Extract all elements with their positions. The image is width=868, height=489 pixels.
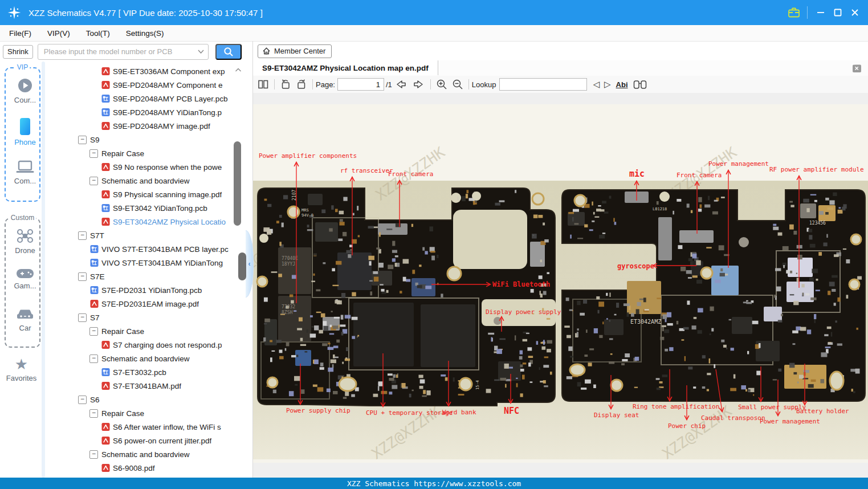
tree-item[interactable]: S7E-PD2031EAM image.pdf [50, 297, 252, 311]
tree-item[interactable]: S9-ET3042 YiDianTong.pcb [50, 201, 252, 215]
tree-collapse-icon[interactable]: − [78, 313, 87, 322]
tree-collapse-icon[interactable]: − [89, 354, 98, 363]
tree-item[interactable]: S9E-PD2048AMY PCB Layer.pcb [50, 92, 252, 105]
tree-item[interactable]: S7E-PD2031 YiDianTong.pcb [50, 283, 252, 297]
tree-item-label: S9E-PD2048AMY YiDianTong.p [113, 108, 222, 117]
close-button[interactable] [846, 4, 863, 21]
tree-item[interactable]: S9 Physical scanning image.pdf [50, 188, 252, 201]
pdf-viewer[interactable]: XZZ@XZZHKXZZ@XZZHKXZZ@XZZHKXZZ@XZZHKXZZ@… [253, 93, 868, 478]
pdf-file-icon [101, 340, 110, 349]
tree-item[interactable]: S9E-PD2048AMY YiDianTong.p [50, 105, 252, 119]
tree-folder[interactable]: −Schematic and boardview [50, 447, 252, 461]
page-number-input[interactable] [337, 78, 384, 91]
tree-folder[interactable]: −S7E [50, 270, 252, 283]
phone-icon [19, 117, 31, 136]
find-next-icon[interactable]: ▷ [604, 79, 611, 89]
tree-item[interactable]: VIVO S7T-ET3041BAM PCB layer.pc [50, 242, 252, 256]
laptop-icon [16, 160, 34, 174]
tree-item[interactable]: S6 power-on current jitter.pdf [50, 434, 252, 447]
splitter-drag-handle[interactable] [238, 252, 246, 280]
menu-settings[interactable]: Settings(S) [118, 25, 172, 41]
tree-item[interactable]: S7 charging does not respond.p [50, 338, 252, 352]
tree-folder[interactable]: −Repair Case [50, 324, 252, 338]
tree-item[interactable]: S6 After water inflow, the WiFi s [50, 420, 252, 434]
pcb-annotation: mic [629, 169, 645, 179]
tree-collapse-icon[interactable]: − [78, 396, 87, 404]
tree-item[interactable]: S9E-ET3036AM Component exp [50, 64, 252, 78]
pcb-print-label: 94V-0 [301, 213, 313, 218]
tree-folder[interactable]: −S9 [50, 133, 252, 146]
sidebar-item-course[interactable]: Cour... [0, 78, 50, 104]
sidebar-item-label: Gam... [14, 282, 36, 290]
active-document-tab[interactable]: S9-ET3042AMZ Physical Location map en.pd… [253, 60, 438, 75]
tree-folder[interactable]: −Repair Case [50, 146, 252, 160]
tree-item[interactable]: S9-ET3042AMZ Physical Locatio [50, 215, 252, 229]
lookup-label: Lookup [472, 80, 496, 89]
pdf-file-icon [101, 217, 110, 226]
tree-collapse-icon[interactable]: − [89, 409, 98, 418]
app-logo-icon [7, 5, 22, 20]
prev-page-icon[interactable] [394, 79, 407, 90]
tree-folder[interactable]: −S7T [50, 229, 252, 242]
menu-file[interactable]: File(F) [1, 25, 39, 41]
pdf-file-icon [101, 190, 110, 199]
sidebar-item-favorites[interactable]: ★ Favorites [0, 357, 43, 382]
model-search-combo[interactable] [38, 44, 209, 60]
minimize-button[interactable] [812, 4, 829, 21]
rotate-cw-icon[interactable] [296, 79, 307, 90]
tree-item[interactable]: S9E-PD2048AMY image.pdf [50, 119, 252, 133]
tree-item[interactable]: S6-9008.pdf [50, 461, 252, 475]
pcb-annotation: Battery holder [796, 408, 849, 415]
text-abi-icon[interactable]: Abi [616, 80, 628, 89]
tree-collapse-icon[interactable]: − [89, 450, 98, 459]
sidebar-item-drone[interactable]: Drone [0, 228, 50, 255]
zoom-in-icon[interactable] [436, 79, 447, 90]
tree-scrollbar-thumb[interactable] [234, 141, 241, 226]
chevron-down-icon[interactable] [198, 50, 204, 54]
sidebar-item-phone[interactable]: Phone [0, 117, 50, 146]
pcb-annotation: Display seat [594, 411, 639, 419]
member-center-button[interactable]: Member Center [258, 44, 332, 58]
tree-folder[interactable]: −S6 [50, 393, 252, 406]
tree-folder[interactable]: −S7 [50, 311, 252, 324]
tree-folder[interactable]: −Repair Case [50, 406, 252, 420]
search-button[interactable] [215, 44, 242, 60]
tree-collapse-icon[interactable]: − [78, 272, 87, 281]
sidebar-item-computer[interactable]: Com... [0, 160, 50, 185]
find-prev-icon[interactable]: ◁ [593, 79, 600, 89]
tree-item[interactable]: S9 No response when the powe [50, 160, 252, 174]
tree-collapse-icon[interactable]: − [78, 231, 87, 240]
shrink-button[interactable]: Shrink [3, 45, 33, 59]
close-document-icon[interactable] [850, 63, 862, 74]
tree-collapse-icon[interactable]: − [78, 136, 87, 144]
two-page-view-icon[interactable] [258, 79, 269, 89]
drone-icon [17, 228, 34, 244]
next-page-icon[interactable] [412, 79, 425, 90]
titlebar-separator [807, 6, 808, 19]
sidebar-item-car[interactable]: Car [0, 308, 50, 332]
maximize-button[interactable] [829, 4, 846, 21]
tree-collapse-icon[interactable]: − [89, 327, 98, 336]
tree-item[interactable]: VIVO S7T-ET3041BAM YiDianTong [50, 256, 252, 270]
tree-item-label: Schematic and boardview [101, 450, 190, 459]
sidebar-item-game[interactable]: Gam... [0, 268, 50, 290]
tree-collapse-icon[interactable]: − [89, 149, 98, 158]
tree-item[interactable]: S7-ET3041BAM.pdf [50, 379, 252, 393]
tree-item[interactable]: S7-ET3032.pcb [50, 365, 252, 379]
pcb-print-label: 15-4 [475, 380, 480, 390]
tree-scroll-up-icon[interactable] [235, 64, 242, 74]
rotate-ccw-icon[interactable] [280, 79, 291, 90]
tree-item-label: S7 [90, 313, 100, 322]
tree-collapse-icon[interactable]: − [89, 177, 98, 185]
license-briefcase-icon[interactable] [785, 4, 802, 21]
menu-vip[interactable]: VIP(V) [39, 25, 78, 41]
lookup-input[interactable] [499, 78, 587, 91]
tree-item[interactable]: S9E-PD2048AMY Component e [50, 78, 252, 92]
zoom-out-icon[interactable] [452, 79, 463, 90]
model-search-input[interactable] [43, 47, 198, 56]
tree-folder[interactable]: −Schematic and boardview [50, 174, 252, 188]
pcb-file-icon [101, 368, 110, 377]
menu-tool[interactable]: Tool(T) [78, 25, 118, 41]
binoculars-icon[interactable] [633, 80, 647, 89]
tree-folder[interactable]: −Schematic and boardview [50, 352, 252, 365]
